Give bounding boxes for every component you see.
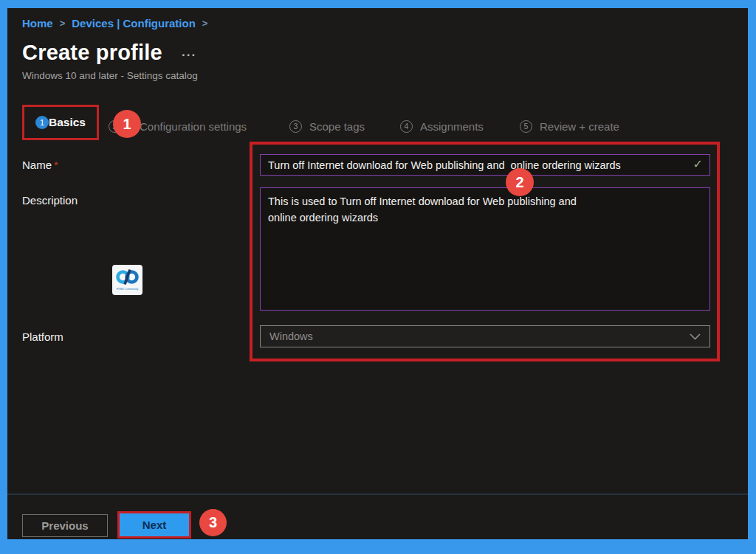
- screenshot-frame: Home > Devices | Configuration > Create …: [0, 0, 756, 554]
- step-4-badge: 4: [400, 120, 413, 133]
- step-3-badge: 3: [289, 120, 302, 133]
- platform-dropdown[interactable]: Windows: [260, 325, 710, 347]
- next-button-highlight-box: Next: [117, 511, 191, 539]
- htmd-community-logo: HTMD Community: [112, 265, 142, 295]
- tab-assignments-label: Assignments: [420, 120, 484, 133]
- annotation-badge-2: 2: [506, 168, 534, 196]
- name-input[interactable]: [260, 154, 710, 176]
- platform-field-label: Platform: [22, 330, 63, 343]
- tab-assignments[interactable]: 4 Assignments: [400, 119, 484, 134]
- page-subtitle: Windows 10 and later - Settings catalog: [22, 70, 198, 81]
- breadcrumb-chevron-icon: >: [202, 18, 208, 29]
- tab-review-create-label: Review + create: [540, 120, 619, 133]
- page-title: Create profile: [22, 41, 162, 65]
- step-5-badge: 5: [520, 120, 532, 133]
- description-field-label: Description: [22, 194, 78, 207]
- tab-scope-tags[interactable]: 3 Scope tags: [289, 119, 365, 134]
- description-textarea[interactable]: This is used to Turn off Internet downlo…: [260, 187, 710, 311]
- name-field-label: Name*: [22, 159, 58, 171]
- tab-scope-tags-label: Scope tags: [309, 120, 365, 133]
- tab-basics-highlight-box: 1 Basics: [22, 105, 99, 140]
- htmd-logo-icon: HTMD Community: [112, 265, 142, 295]
- htmd-logo-text: HTMD Community: [117, 288, 139, 291]
- valid-checkmark-icon: ✓: [693, 157, 703, 171]
- footer-divider: [7, 494, 748, 495]
- breadcrumb-home-link[interactable]: Home: [22, 17, 53, 30]
- name-input-wrapper: ✓: [260, 154, 710, 176]
- portal-page: Home > Devices | Configuration > Create …: [7, 8, 748, 539]
- next-button[interactable]: Next: [120, 513, 189, 536]
- step-1-badge: 1: [35, 116, 49, 129]
- annotation-badge-1: 1: [113, 110, 141, 138]
- tab-review-create[interactable]: 5 Review + create: [520, 119, 619, 134]
- platform-dropdown-value: Windows: [269, 330, 313, 342]
- tab-configuration-settings-label: Configuration settings: [140, 120, 247, 133]
- previous-button[interactable]: Previous: [22, 514, 108, 537]
- breadcrumb: Home > Devices | Configuration >: [22, 17, 207, 30]
- tab-basics-label: Basics: [49, 116, 86, 129]
- chevron-down-icon: [690, 333, 701, 340]
- annotation-badge-3: 3: [199, 509, 227, 536]
- more-options-ellipsis-icon[interactable]: ...: [182, 45, 196, 60]
- tab-basics[interactable]: 1 Basics: [35, 115, 86, 130]
- breadcrumb-devices-configuration-link[interactable]: Devices | Configuration: [72, 17, 196, 30]
- required-asterisk: *: [54, 159, 58, 171]
- breadcrumb-chevron-icon: >: [60, 18, 66, 29]
